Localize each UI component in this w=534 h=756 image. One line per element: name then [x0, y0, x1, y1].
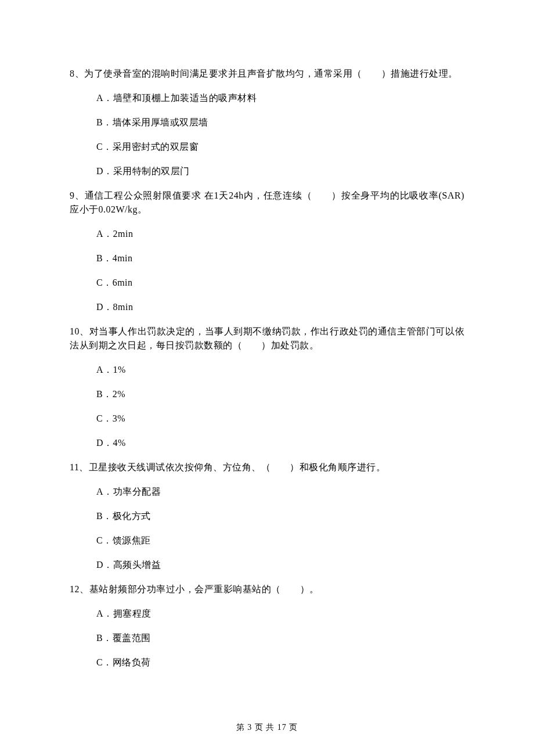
question-10-option-c: C．3%: [96, 412, 464, 426]
question-8-option-d: D．采用特制的双层门: [96, 164, 464, 178]
page-content: 8、为了使录音室的混响时间满足要求并且声音扩散均匀，通常采用（ ）措施进行处理。…: [0, 0, 534, 703]
question-11-option-b: B．极化方式: [96, 509, 464, 523]
question-12-option-c: C．网络负荷: [96, 656, 464, 669]
question-12-option-a: A．拥塞程度: [96, 607, 464, 621]
question-12-option-b: B．覆盖范围: [96, 631, 464, 645]
question-9-stem: 9、通信工程公众照射限值要求 在1天24h内，任意连续（ ）按全身平均的比吸收率…: [70, 189, 464, 217]
question-9-option-b: B．4min: [96, 251, 464, 265]
question-11-option-a: A．功率分配器: [96, 485, 464, 499]
page-footer: 第 3 页 共 17 页: [0, 722, 534, 733]
question-9-option-a: A．2min: [96, 227, 464, 241]
question-8-option-b: B．墙体采用厚墙或双层墙: [96, 116, 464, 129]
question-10-option-a: A．1%: [96, 363, 464, 377]
question-9-option-c: C．6min: [96, 276, 464, 290]
question-10-stem: 10、对当事人作出罚款决定的，当事人到期不缴纳罚款，作出行政处罚的通信主管部门可…: [70, 325, 464, 352]
question-10-option-d: D．4%: [96, 436, 464, 450]
question-11-option-c: C．馈源焦距: [96, 534, 464, 548]
question-11-stem: 11、卫星接收天线调试依次按仰角、方位角、（ ）和极化角顺序进行。: [70, 460, 464, 474]
question-8-stem: 8、为了使录音室的混响时间满足要求并且声音扩散均匀，通常采用（ ）措施进行处理。: [70, 67, 464, 81]
question-8-option-a: A．墙壁和顶棚上加装适当的吸声材料: [96, 91, 464, 105]
question-9-option-d: D．8min: [96, 300, 464, 314]
question-10-option-b: B．2%: [96, 387, 464, 401]
question-8-option-c: C．采用密封式的双层窗: [96, 140, 464, 154]
question-12-stem: 12、基站射频部分功率过小，会严重影响基站的（ ）。: [70, 582, 464, 596]
question-11-option-d: D．高频头增益: [96, 558, 464, 572]
